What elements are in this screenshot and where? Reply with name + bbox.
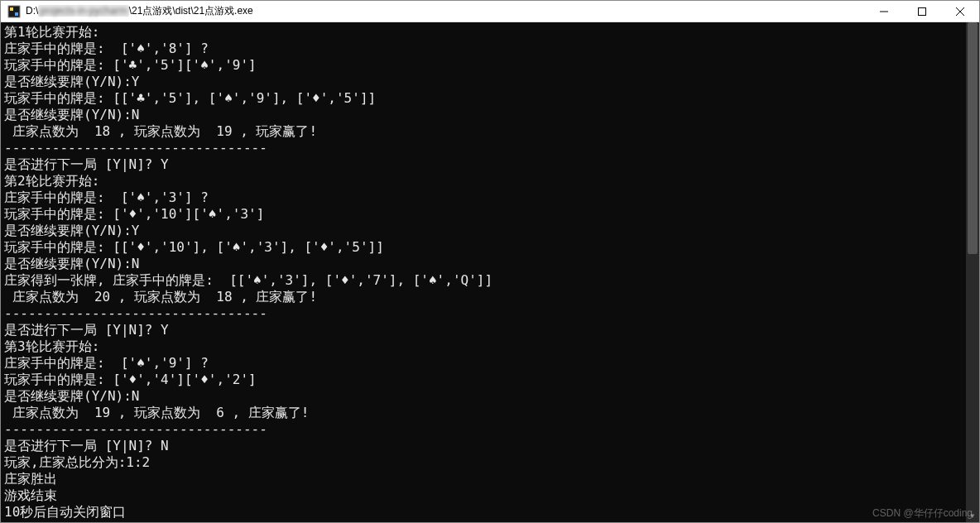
app-window: D:\projects-in-pycharm\21点游戏\dist\21点游戏.… xyxy=(0,0,980,523)
path-blurred: projects-in-pycharm xyxy=(38,5,128,17)
close-button[interactable] xyxy=(941,1,979,22)
svg-rect-4 xyxy=(919,7,926,15)
vertical-scrollbar[interactable]: ▲ ▼ xyxy=(966,22,979,522)
svg-rect-2 xyxy=(15,12,18,16)
window-controls xyxy=(865,1,979,22)
svg-rect-1 xyxy=(10,7,13,11)
app-icon xyxy=(7,5,21,18)
maximize-button[interactable] xyxy=(903,1,941,22)
console-output[interactable]: 第1轮比赛开始: 庄家手中的牌是: ['♠','8'] ? 玩家手中的牌是: [… xyxy=(1,22,966,522)
console-area: 第1轮比赛开始: 庄家手中的牌是: ['♠','8'] ? 玩家手中的牌是: [… xyxy=(1,22,979,522)
titlebar[interactable]: D:\projects-in-pycharm\21点游戏\dist\21点游戏.… xyxy=(1,1,979,22)
path-suffix: \21点游戏\dist\21点游戏.exe xyxy=(129,5,253,17)
window-title: D:\projects-in-pycharm\21点游戏\dist\21点游戏.… xyxy=(26,4,865,18)
scroll-thumb[interactable] xyxy=(968,22,978,254)
minimize-button[interactable] xyxy=(865,1,903,22)
path-prefix: D:\ xyxy=(26,5,38,17)
scroll-down-arrow[interactable]: ▼ xyxy=(966,509,979,522)
